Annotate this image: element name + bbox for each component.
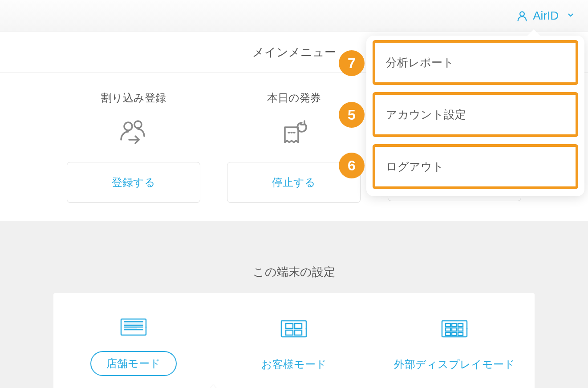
svg-rect-24 [446,332,450,335]
user-dropdown-menu: 分析レポート アカウント設定 ログアウト [366,36,584,196]
card-interrupt-register: 割り込み登録 登録する [53,91,214,203]
header: AirID [0,0,588,32]
mode-store[interactable]: 店舗モード [53,315,214,376]
dropdown-item-logout[interactable]: ログアウト [373,144,578,189]
svg-rect-12 [286,323,293,328]
svg-rect-21 [446,328,450,331]
svg-rect-19 [452,323,457,327]
svg-rect-23 [458,328,463,331]
svg-point-10 [146,327,147,328]
svg-point-16 [306,328,307,330]
svg-rect-13 [295,323,302,328]
device-settings-section: この端末の設定 店舗モード [0,264,588,388]
svg-point-27 [466,328,467,330]
device-settings-title: この端末の設定 [0,264,588,280]
register-button[interactable]: 登録する [67,162,200,203]
mode-row: 店舗モード お客様モード [53,293,535,388]
mode-external-display[interactable]: 外部ディスプレイモード [374,316,535,376]
svg-rect-18 [446,323,450,327]
svg-rect-20 [458,323,463,327]
annotation-badge: 6 [339,153,365,178]
customer-mode-icon [214,316,374,341]
device-panel: 店舗モード お客様モード [53,293,535,388]
user-label: AirID [533,9,559,23]
card-title: 割り込み登録 [53,91,214,105]
user-icon [516,10,528,22]
mode-label: 外部ディスプレイモード [374,353,535,376]
svg-rect-25 [452,332,457,335]
svg-point-1 [124,122,132,130]
mode-customer[interactable]: お客様モード [214,316,374,376]
annotation-badge: 7 [339,50,365,76]
dropdown-item-analytics[interactable]: 分析レポート [373,40,578,85]
dropdown-item-account-settings[interactable]: アカウント設定 [373,92,578,137]
svg-point-0 [520,12,524,16]
svg-rect-11 [281,321,306,337]
svg-rect-26 [458,332,463,335]
chevron-down-icon [567,11,575,21]
people-swap-icon [53,114,214,153]
svg-rect-15 [295,330,302,335]
mode-pointer-icon [205,385,221,388]
svg-point-2 [134,121,142,128]
svg-rect-14 [286,330,293,335]
mode-label: 店舗モード [90,351,177,376]
external-display-mode-icon [374,316,535,341]
annotation-badge: 5 [339,102,365,128]
user-menu[interactable]: AirID [516,9,575,23]
svg-rect-22 [452,328,457,331]
store-mode-icon [53,315,214,340]
mode-label: お客様モード [214,353,374,376]
